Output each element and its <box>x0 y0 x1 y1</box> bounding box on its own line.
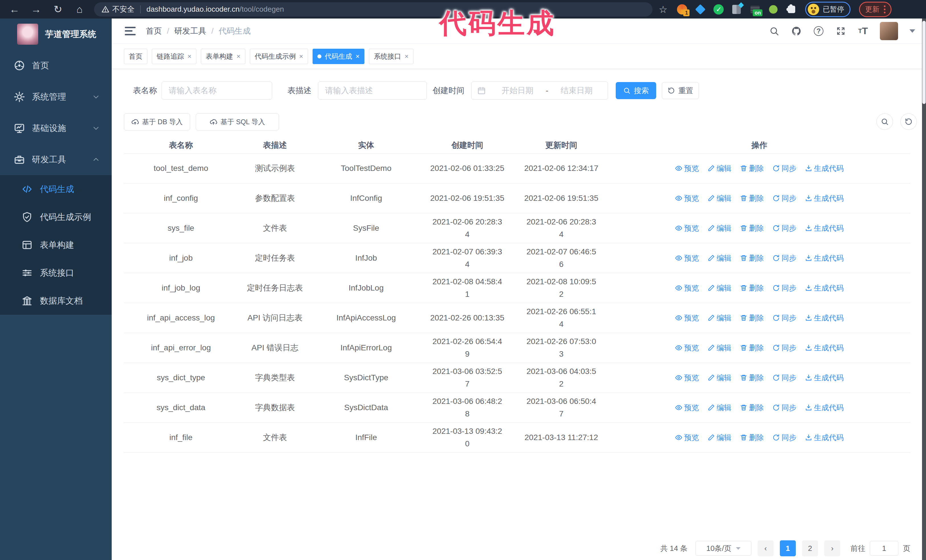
help-icon[interactable]: ? <box>813 26 824 36</box>
tab-close-icon[interactable]: × <box>236 53 241 60</box>
reset-button[interactable]: 重置 <box>662 82 699 99</box>
page-button-2[interactable]: 2 <box>802 540 818 556</box>
action-delete[interactable]: 删除 <box>740 162 764 175</box>
date-end-input[interactable]: 结束日期 <box>551 85 602 96</box>
tab-close-icon[interactable]: × <box>405 53 409 60</box>
date-range-picker[interactable]: 开始日期 - 结束日期 <box>471 82 608 100</box>
avatar-caret-down-icon[interactable] <box>909 29 915 33</box>
breadcrumb-item[interactable]: 研发工具 <box>174 26 206 36</box>
app-logo-row[interactable]: 芋道管理系统 <box>0 18 112 50</box>
search-icon[interactable] <box>769 26 779 36</box>
breadcrumb-item[interactable]: 首页 <box>146 26 162 36</box>
action-edit[interactable]: 编辑 <box>707 402 731 414</box>
action-sync[interactable]: 同步 <box>772 162 796 175</box>
user-avatar[interactable] <box>880 22 898 40</box>
back-icon[interactable]: ← <box>8 3 21 16</box>
action-delete[interactable]: 删除 <box>740 341 764 354</box>
security-warning[interactable]: 不安全 <box>101 4 135 14</box>
extension-icon[interactable]: ✓ <box>713 4 724 15</box>
action-eye[interactable]: 预览 <box>675 312 699 324</box>
action-delete[interactable]: 删除 <box>740 252 764 264</box>
home-nav-icon[interactable]: ⌂ <box>73 3 86 16</box>
action-sync[interactable]: 同步 <box>772 402 796 414</box>
import-db-button[interactable]: 基于 DB 导入 <box>124 113 190 130</box>
page-size-select[interactable]: 10条/页 <box>696 541 751 556</box>
action-download[interactable]: 生成代码 <box>805 431 844 444</box>
action-sync[interactable]: 同步 <box>772 371 796 384</box>
action-download[interactable]: 生成代码 <box>805 371 844 384</box>
action-edit[interactable]: 编辑 <box>707 162 731 175</box>
tab-close-icon[interactable]: × <box>356 53 360 60</box>
tab-代码生成[interactable]: 代码生成× <box>313 49 365 64</box>
page-scrollbar[interactable] <box>922 18 926 560</box>
action-sync[interactable]: 同步 <box>772 312 796 324</box>
extension-icon[interactable] <box>732 4 742 15</box>
action-eye[interactable]: 预览 <box>675 431 699 444</box>
action-sync[interactable]: 同步 <box>772 282 796 294</box>
prev-page-button[interactable]: ‹ <box>758 540 773 556</box>
action-eye[interactable]: 预览 <box>675 252 699 264</box>
extension-icon[interactable] <box>768 4 778 15</box>
sidebar-item-toolbox[interactable]: 研发工具 <box>0 144 112 175</box>
action-eye[interactable]: 预览 <box>675 341 699 354</box>
scrollbar-thumb[interactable] <box>922 21 926 104</box>
browser-menu-icon[interactable] <box>884 5 885 14</box>
refresh-table-button[interactable] <box>900 113 917 130</box>
action-edit[interactable]: 编辑 <box>707 192 731 205</box>
action-download[interactable]: 生成代码 <box>805 312 844 324</box>
extension-icon[interactable]: 1 <box>677 4 687 15</box>
tab-表单构建[interactable]: 表单构建× <box>201 49 245 64</box>
action-sync[interactable]: 同步 <box>772 252 796 264</box>
action-edit[interactable]: 编辑 <box>707 312 731 324</box>
action-sync[interactable]: 同步 <box>772 341 796 354</box>
font-size-icon[interactable]: TT <box>858 26 869 36</box>
action-download[interactable]: 生成代码 <box>805 222 844 234</box>
action-edit[interactable]: 编辑 <box>707 431 731 444</box>
submenu-item-form[interactable]: 表单构建 <box>0 231 112 259</box>
page-button-1[interactable]: 1 <box>780 540 796 556</box>
action-edit[interactable]: 编辑 <box>707 282 731 294</box>
goto-page-input[interactable] <box>870 541 898 556</box>
reload-icon[interactable]: ↻ <box>51 3 64 16</box>
hamburger-icon[interactable] <box>125 27 136 35</box>
tab-close-icon[interactable]: × <box>188 53 191 60</box>
action-download[interactable]: 生成代码 <box>805 162 844 175</box>
bookmark-star-icon[interactable]: ☆ <box>659 4 667 15</box>
profile-paused-badge[interactable]: 已暂停 <box>805 2 850 17</box>
browser-update-button[interactable]: 更新 <box>859 2 891 17</box>
submenu-item-database-doc[interactable]: 数据库文档 <box>0 287 112 315</box>
action-delete[interactable]: 删除 <box>740 312 764 324</box>
action-edit[interactable]: 编辑 <box>707 252 731 264</box>
tab-链路追踪[interactable]: 链路追踪× <box>152 49 196 64</box>
action-delete[interactable]: 删除 <box>740 371 764 384</box>
forward-icon[interactable]: → <box>30 3 43 16</box>
tab-系统接口[interactable]: 系统接口× <box>369 49 413 64</box>
action-sync[interactable]: 同步 <box>772 192 796 205</box>
fullscreen-icon[interactable] <box>835 26 846 36</box>
sidebar-item-monitor[interactable]: 基础设施 <box>0 113 112 144</box>
date-start-input[interactable]: 开始日期 <box>492 85 543 96</box>
action-delete[interactable]: 删除 <box>740 222 764 234</box>
extension-icon[interactable]: on <box>750 4 760 15</box>
action-eye[interactable]: 预览 <box>675 192 699 205</box>
table-desc-input[interactable]: 请输入表描述 <box>318 82 427 100</box>
action-eye[interactable]: 预览 <box>675 402 699 414</box>
action-delete[interactable]: 删除 <box>740 431 764 444</box>
submenu-item-code[interactable]: 代码生成 <box>0 175 112 203</box>
action-download[interactable]: 生成代码 <box>805 282 844 294</box>
extension-icon[interactable] <box>695 4 705 15</box>
action-download[interactable]: 生成代码 <box>805 252 844 264</box>
action-edit[interactable]: 编辑 <box>707 341 731 354</box>
action-eye[interactable]: 预览 <box>675 282 699 294</box>
submenu-item-shield-check[interactable]: 代码生成示例 <box>0 203 112 231</box>
action-download[interactable]: 生成代码 <box>805 341 844 354</box>
action-edit[interactable]: 编辑 <box>707 222 731 234</box>
next-page-button[interactable]: › <box>824 540 840 556</box>
action-eye[interactable]: 预览 <box>675 222 699 234</box>
tab-代码生成示例[interactable]: 代码生成示例× <box>250 49 308 64</box>
action-delete[interactable]: 删除 <box>740 402 764 414</box>
action-sync[interactable]: 同步 <box>772 431 796 444</box>
search-button[interactable]: 搜索 <box>616 82 656 99</box>
puzzle-extensions-icon[interactable] <box>787 4 797 15</box>
action-eye[interactable]: 预览 <box>675 162 699 175</box>
